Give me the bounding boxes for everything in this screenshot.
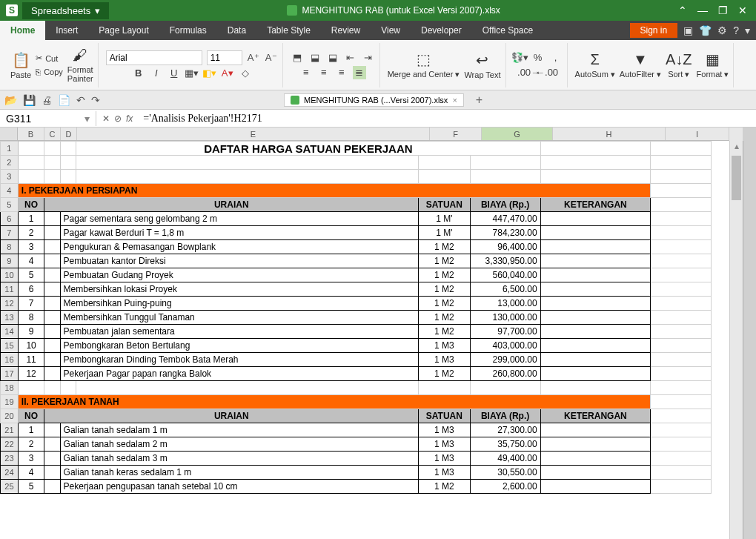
- print-preview-icon[interactable]: 📄: [58, 94, 70, 106]
- vertical-scrollbar[interactable]: ▴: [729, 141, 743, 539]
- column-headers[interactable]: BC DE FG HI: [18, 128, 729, 141]
- tab-view[interactable]: View: [371, 21, 411, 40]
- new-tab-button[interactable]: +: [476, 93, 483, 107]
- name-box[interactable]: G311▾: [0, 111, 96, 126]
- document-tab[interactable]: MENGHITUNG RAB (...Versi 2007).xlsx ×: [284, 93, 464, 107]
- font-size-select[interactable]: [207, 50, 242, 65]
- percent-icon[interactable]: %: [531, 51, 545, 65]
- side-panel[interactable]: [743, 141, 756, 539]
- quick-access-bar: 📂 💾 🖨 📄 ↶ ↷ MENGHITUNG RAB (...Versi 200…: [0, 90, 756, 110]
- skin-icon[interactable]: ▣: [683, 24, 693, 36]
- align-right-icon[interactable]: ≡: [335, 66, 348, 79]
- increase-decimal-icon[interactable]: .00→: [523, 66, 536, 79]
- tab-review[interactable]: Review: [321, 21, 371, 40]
- open-icon[interactable]: 📂: [4, 94, 17, 106]
- restore-button[interactable]: ❐: [718, 4, 728, 16]
- borders-button[interactable]: ▦▾: [185, 67, 199, 80]
- formula-input[interactable]: ='Analisis Pekerjaan'!H2171: [139, 111, 756, 126]
- close-button[interactable]: ✕: [738, 4, 747, 16]
- increase-indent-icon[interactable]: ⇥: [362, 51, 375, 65]
- cancel-formula-icon[interactable]: ✕: [102, 113, 110, 124]
- save-icon[interactable]: 💾: [23, 94, 36, 106]
- paste-button[interactable]: 📋Paste: [10, 51, 31, 79]
- tab-insert[interactable]: Insert: [45, 21, 88, 40]
- tab-developer[interactable]: Developer: [411, 21, 472, 40]
- format-button[interactable]: ▦Format ▾: [697, 50, 729, 79]
- justify-icon[interactable]: ≣: [353, 66, 366, 79]
- comma-icon[interactable]: ,: [549, 51, 563, 65]
- bold-button[interactable]: B: [132, 67, 145, 80]
- format-painter-button[interactable]: 🖌Format Painter: [67, 47, 93, 83]
- increase-font-icon[interactable]: A⁺: [247, 51, 260, 65]
- align-bottom-icon[interactable]: ⬓: [326, 51, 339, 65]
- italic-button[interactable]: I: [150, 67, 163, 80]
- select-all-corner[interactable]: [0, 128, 18, 141]
- tab-formulas[interactable]: Formulas: [159, 21, 217, 40]
- ribbon-collapse-icon[interactable]: ⌃: [678, 4, 687, 16]
- font-name-select[interactable]: [106, 50, 202, 65]
- titlebar: S Spreadsheets▾ MENGHITUNG RAB (untuk Ex…: [0, 0, 756, 21]
- formula-bar: G311▾ ✕ ⊘ fx ='Analisis Pekerjaan'!H2171: [0, 110, 756, 128]
- settings-icon[interactable]: ⚙: [717, 24, 727, 36]
- app-icon: S: [6, 4, 18, 16]
- clear-format-button[interactable]: ◇: [239, 67, 252, 80]
- window-title: MENGHITUNG RAB (untuk Excel Versi 2007).…: [109, 5, 678, 16]
- print-icon[interactable]: 🖨: [42, 94, 52, 106]
- tab-data[interactable]: Data: [217, 21, 256, 40]
- menu-dropdown-icon[interactable]: ▾: [745, 24, 750, 36]
- align-middle-icon[interactable]: ⬓: [308, 51, 322, 65]
- app-menu[interactable]: Spreadsheets▾: [22, 2, 109, 19]
- tab-home[interactable]: Home: [0, 21, 45, 40]
- align-center-icon[interactable]: ≡: [317, 66, 331, 79]
- underline-button[interactable]: U: [168, 67, 181, 80]
- sort-button[interactable]: A↓ZSort ▾: [666, 51, 692, 79]
- menubar: Home Insert Page Layout Formulas Data Ta…: [0, 21, 756, 40]
- help-icon[interactable]: ?: [733, 24, 739, 36]
- align-top-icon[interactable]: ⬒: [291, 51, 304, 65]
- fill-color-button[interactable]: ◧▾: [203, 67, 216, 80]
- doc-icon: [287, 5, 297, 16]
- autosum-button[interactable]: ΣAutoSum ▾: [575, 51, 615, 79]
- signin-button[interactable]: Sign in: [630, 23, 678, 38]
- decrease-decimal-icon[interactable]: ←.00: [540, 66, 554, 79]
- spreadsheet-grid[interactable]: 1DAFTAR HARGA SATUAN PEKERJAAN234I. PEKE…: [0, 141, 729, 539]
- tab-page-layout[interactable]: Page Layout: [88, 21, 159, 40]
- undo-icon[interactable]: ↶: [76, 94, 85, 106]
- accept-formula-icon[interactable]: ⊘: [114, 113, 122, 124]
- align-left-icon[interactable]: ≡: [299, 66, 313, 79]
- minimize-button[interactable]: —: [697, 4, 708, 16]
- merge-center-button[interactable]: ⬚Merge and Center ▾: [388, 50, 460, 79]
- currency-icon[interactable]: 💱▾: [514, 51, 527, 65]
- copy-button[interactable]: ⎘ Copy: [36, 67, 63, 76]
- cut-button[interactable]: ✂ Cut: [36, 53, 63, 63]
- theme-icon[interactable]: 👕: [699, 24, 712, 36]
- redo-icon[interactable]: ↷: [91, 94, 100, 106]
- tab-table-style[interactable]: Table Style: [256, 21, 321, 40]
- decrease-font-icon[interactable]: A⁻: [265, 51, 278, 65]
- tab-close-icon[interactable]: ×: [452, 96, 457, 105]
- autofilter-button[interactable]: ▼AutoFilter ▾: [620, 51, 661, 79]
- ribbon: 📋Paste ✂ Cut ⎘ Copy 🖌Format Painter A⁺ A…: [0, 40, 756, 90]
- wrap-text-button[interactable]: ↩Wrap Text: [464, 51, 500, 79]
- font-color-button[interactable]: A▾: [221, 67, 234, 80]
- fx-icon[interactable]: fx: [126, 113, 133, 124]
- decrease-indent-icon[interactable]: ⇤: [344, 51, 357, 65]
- tab-office-space[interactable]: Office Space: [472, 21, 543, 40]
